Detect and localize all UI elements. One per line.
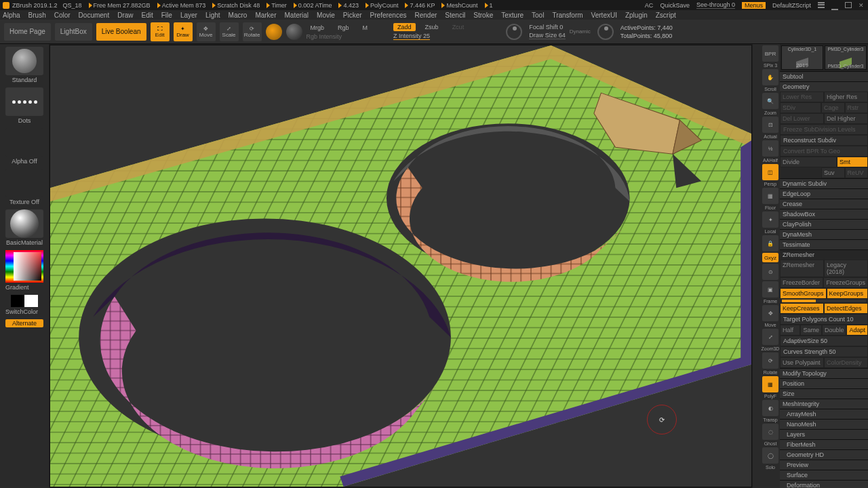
- menu-alpha[interactable]: Alpha: [3, 12, 20, 19]
- tray-divider[interactable]: [753, 44, 761, 488]
- menu-transform[interactable]: Transform: [552, 12, 583, 19]
- live-boolean-button[interactable]: Live Boolean: [96, 23, 146, 41]
- size-knob[interactable]: [597, 24, 614, 40]
- menu-material[interactable]: Material: [285, 12, 309, 19]
- scroll-button[interactable]: ✋: [762, 69, 778, 85]
- alternate-button[interactable]: Alternate: [5, 319, 43, 327]
- zremesher-button[interactable]: ZRemesher: [780, 260, 824, 277]
- sculptris-icon[interactable]: [286, 24, 302, 40]
- preview-header[interactable]: Preview: [780, 460, 868, 470]
- adaptive-size-slider[interactable]: AdaptiveSize 50: [780, 336, 868, 346]
- viewport-3d[interactable]: ⟳: [50, 45, 752, 487]
- actual-button[interactable]: ⊡: [762, 117, 778, 133]
- menu-edit[interactable]: Edit: [142, 12, 153, 19]
- menu-zplugin[interactable]: Zplugin: [625, 12, 648, 19]
- shadowbox-header[interactable]: ShadowBox: [780, 209, 868, 219]
- z-intensity-slider[interactable]: Z Intensity 25: [393, 33, 430, 40]
- floor-button[interactable]: ▦: [762, 188, 778, 204]
- edit-button[interactable]: ⛶Edit: [151, 22, 170, 41]
- rgb-button[interactable]: Rgb: [334, 24, 353, 32]
- brush-swatch[interactable]: [5, 47, 43, 75]
- menu-color[interactable]: Color: [54, 12, 71, 19]
- polyf-button[interactable]: ▦: [762, 376, 778, 392]
- layers-header[interactable]: Layers: [780, 429, 868, 439]
- menu-zscript[interactable]: Zscript: [656, 12, 676, 19]
- keep-groups-button[interactable]: KeepGroups: [827, 288, 868, 299]
- tool-thumb-2[interactable]: PM3D_Cylinder3PM3D_Cylinder3: [825, 45, 867, 70]
- minimize-icon[interactable]: [831, 4, 838, 10]
- menu-file[interactable]: File: [161, 12, 172, 19]
- mesh-integrity-header[interactable]: MeshIntegrity: [780, 399, 868, 409]
- smt-button[interactable]: Smt: [837, 157, 868, 167]
- target-polycount-slider[interactable]: Target Polygons Count 10: [780, 314, 868, 325]
- menu-layer[interactable]: Layer: [180, 12, 197, 19]
- draw-size-slider[interactable]: Draw Size 64: [529, 32, 566, 39]
- modify-topology-header[interactable]: Modify Topology: [780, 368, 868, 378]
- smoothgroups-slider[interactable]: [782, 300, 866, 302]
- switch-color-button[interactable]: SwitchColor: [5, 308, 43, 315]
- size-header[interactable]: Size: [780, 388, 868, 399]
- keep-creases-button[interactable]: KeepCreases: [780, 303, 824, 314]
- menu-stroke[interactable]: Stroke: [473, 12, 493, 19]
- menus-button[interactable]: Menus: [742, 2, 766, 9]
- menu-movie[interactable]: Movie: [317, 12, 335, 19]
- fibermesh-header[interactable]: FiberMesh: [780, 439, 868, 449]
- menu-render[interactable]: Render: [415, 12, 437, 19]
- spix-label[interactable]: SPix 3: [764, 63, 777, 68]
- subtool-header[interactable]: Subtool: [780, 71, 868, 81]
- dynamesh-header[interactable]: DynaMesh: [780, 229, 868, 239]
- zadd-button[interactable]: Zadd: [393, 23, 416, 31]
- position-header[interactable]: Position: [780, 378, 868, 388]
- menu-marker[interactable]: Marker: [255, 12, 276, 19]
- rstr-button[interactable]: Rstr: [845, 102, 869, 113]
- suv-button[interactable]: Suv: [821, 167, 845, 178]
- xyz-button[interactable]: Gxyz: [762, 253, 778, 262]
- smooth-groups-button[interactable]: SmoothGroups: [780, 288, 827, 299]
- higher-res-button[interactable]: Higher Res: [824, 92, 868, 102]
- frame-button[interactable]: ▣: [762, 281, 778, 298]
- lock-button[interactable]: 🔒: [762, 235, 778, 251]
- rotate-button[interactable]: ⟳Rotate: [243, 22, 262, 41]
- menu-preferences[interactable]: Preferences: [370, 12, 407, 19]
- legacy-button[interactable]: Legacy (2018): [824, 260, 868, 277]
- tessimate-header[interactable]: Tessimate: [780, 239, 868, 249]
- surface-header[interactable]: Surface: [780, 470, 868, 480]
- double-button[interactable]: Double: [822, 325, 847, 336]
- m-button[interactable]: M: [359, 24, 372, 32]
- local-button[interactable]: ✦: [762, 211, 778, 228]
- tool-thumb-1[interactable]: 2019Cylinder3D_1: [781, 45, 823, 70]
- arraymesh-header[interactable]: ArrayMesh: [780, 409, 868, 419]
- bpr-button[interactable]: BPR: [762, 45, 778, 62]
- freeze-border-button[interactable]: FreezeBorder: [780, 277, 823, 288]
- quicksave-button[interactable]: QuickSave: [660, 2, 690, 9]
- persp-button[interactable]: ◫: [762, 164, 778, 180]
- adapt-button[interactable]: Adapt: [846, 325, 868, 336]
- same-button[interactable]: Same: [800, 325, 822, 336]
- rgb-intensity-slider[interactable]: Rgb Intensity: [307, 33, 342, 40]
- draw-button[interactable]: ✦Draw: [174, 22, 193, 41]
- transp-button[interactable]: ◐: [762, 400, 778, 416]
- cage-button[interactable]: Cage: [821, 102, 845, 113]
- menu-stencil[interactable]: Stencil: [445, 12, 465, 19]
- menu-document[interactable]: Document: [79, 12, 110, 19]
- color-picker[interactable]: [5, 250, 43, 283]
- stroke-swatch[interactable]: [5, 87, 43, 116]
- claypolish-header[interactable]: ClayPolish: [780, 219, 868, 229]
- solo-button[interactable]: ◯: [762, 447, 778, 464]
- curves-strength-slider[interactable]: Curves Strength 50: [780, 346, 868, 357]
- del-lower-button[interactable]: Del Lower: [780, 113, 824, 124]
- menu-tool[interactable]: Tool: [532, 12, 544, 19]
- convert-bpr-button[interactable]: Convert BPR To Geo: [780, 146, 868, 157]
- menu-picker[interactable]: Picker: [343, 12, 362, 19]
- menu-vertexui[interactable]: VertexUI: [591, 12, 617, 19]
- nanomesh-header[interactable]: NanoMesh: [780, 419, 868, 429]
- zoom3d-button[interactable]: ⤢: [762, 329, 778, 345]
- seethrough-slider[interactable]: See-through 0: [696, 1, 735, 9]
- color-density-button[interactable]: ColorDensity: [824, 357, 868, 368]
- scale-button[interactable]: ⤢Scale: [220, 22, 239, 41]
- maximize-icon[interactable]: [845, 2, 852, 8]
- zcut-button[interactable]: Zcut: [448, 23, 469, 31]
- crease-header[interactable]: Crease: [780, 199, 868, 209]
- use-polypaint-button[interactable]: Use Polypaint: [780, 357, 824, 368]
- center-button[interactable]: ⊙: [762, 264, 778, 280]
